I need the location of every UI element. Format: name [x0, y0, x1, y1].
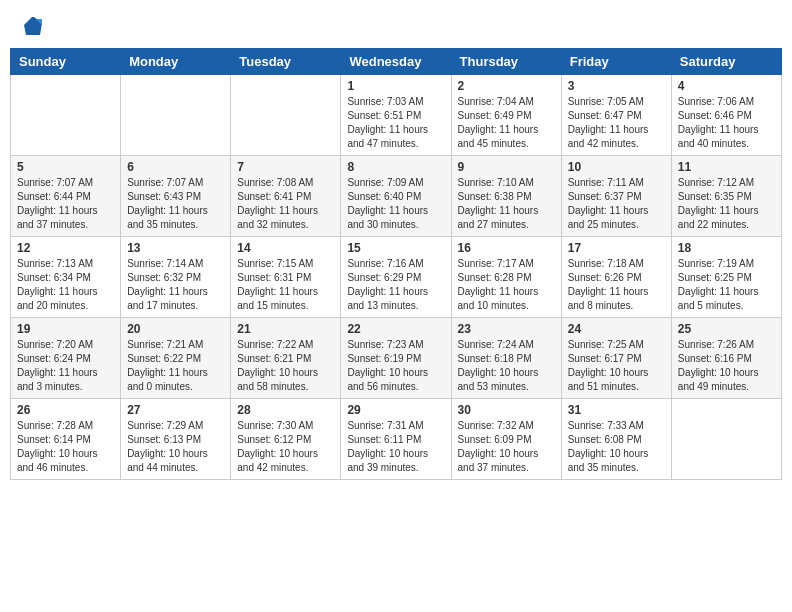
day-info: Sunrise: 7:20 AM Sunset: 6:24 PM Dayligh… — [17, 338, 114, 394]
header-day-thursday: Thursday — [451, 49, 561, 75]
day-info: Sunrise: 7:14 AM Sunset: 6:32 PM Dayligh… — [127, 257, 224, 313]
header-day-monday: Monday — [121, 49, 231, 75]
day-number: 25 — [678, 322, 775, 336]
day-number: 4 — [678, 79, 775, 93]
logo-icon — [22, 15, 44, 37]
day-cell: 16Sunrise: 7:17 AM Sunset: 6:28 PM Dayli… — [451, 237, 561, 318]
day-info: Sunrise: 7:29 AM Sunset: 6:13 PM Dayligh… — [127, 419, 224, 475]
day-info: Sunrise: 7:28 AM Sunset: 6:14 PM Dayligh… — [17, 419, 114, 475]
day-number: 2 — [458, 79, 555, 93]
day-number: 5 — [17, 160, 114, 174]
day-number: 3 — [568, 79, 665, 93]
day-cell: 13Sunrise: 7:14 AM Sunset: 6:32 PM Dayli… — [121, 237, 231, 318]
day-number: 1 — [347, 79, 444, 93]
day-cell: 10Sunrise: 7:11 AM Sunset: 6:37 PM Dayli… — [561, 156, 671, 237]
day-number: 6 — [127, 160, 224, 174]
day-cell: 19Sunrise: 7:20 AM Sunset: 6:24 PM Dayli… — [11, 318, 121, 399]
day-number: 17 — [568, 241, 665, 255]
day-number: 28 — [237, 403, 334, 417]
day-cell: 24Sunrise: 7:25 AM Sunset: 6:17 PM Dayli… — [561, 318, 671, 399]
day-info: Sunrise: 7:30 AM Sunset: 6:12 PM Dayligh… — [237, 419, 334, 475]
week-row-5: 26Sunrise: 7:28 AM Sunset: 6:14 PM Dayli… — [11, 399, 782, 480]
day-info: Sunrise: 7:22 AM Sunset: 6:21 PM Dayligh… — [237, 338, 334, 394]
day-info: Sunrise: 7:17 AM Sunset: 6:28 PM Dayligh… — [458, 257, 555, 313]
day-cell: 17Sunrise: 7:18 AM Sunset: 6:26 PM Dayli… — [561, 237, 671, 318]
day-info: Sunrise: 7:25 AM Sunset: 6:17 PM Dayligh… — [568, 338, 665, 394]
day-number: 10 — [568, 160, 665, 174]
day-info: Sunrise: 7:33 AM Sunset: 6:08 PM Dayligh… — [568, 419, 665, 475]
week-row-3: 12Sunrise: 7:13 AM Sunset: 6:34 PM Dayli… — [11, 237, 782, 318]
header-day-tuesday: Tuesday — [231, 49, 341, 75]
day-info: Sunrise: 7:07 AM Sunset: 6:43 PM Dayligh… — [127, 176, 224, 232]
day-cell: 14Sunrise: 7:15 AM Sunset: 6:31 PM Dayli… — [231, 237, 341, 318]
day-cell: 4Sunrise: 7:06 AM Sunset: 6:46 PM Daylig… — [671, 75, 781, 156]
day-info: Sunrise: 7:31 AM Sunset: 6:11 PM Dayligh… — [347, 419, 444, 475]
day-cell — [121, 75, 231, 156]
day-cell: 21Sunrise: 7:22 AM Sunset: 6:21 PM Dayli… — [231, 318, 341, 399]
day-info: Sunrise: 7:24 AM Sunset: 6:18 PM Dayligh… — [458, 338, 555, 394]
logo — [20, 15, 44, 33]
day-info: Sunrise: 7:04 AM Sunset: 6:49 PM Dayligh… — [458, 95, 555, 151]
day-info: Sunrise: 7:16 AM Sunset: 6:29 PM Dayligh… — [347, 257, 444, 313]
header-day-sunday: Sunday — [11, 49, 121, 75]
header-day-friday: Friday — [561, 49, 671, 75]
day-info: Sunrise: 7:18 AM Sunset: 6:26 PM Dayligh… — [568, 257, 665, 313]
day-cell: 12Sunrise: 7:13 AM Sunset: 6:34 PM Dayli… — [11, 237, 121, 318]
day-cell: 8Sunrise: 7:09 AM Sunset: 6:40 PM Daylig… — [341, 156, 451, 237]
day-cell: 28Sunrise: 7:30 AM Sunset: 6:12 PM Dayli… — [231, 399, 341, 480]
day-cell: 18Sunrise: 7:19 AM Sunset: 6:25 PM Dayli… — [671, 237, 781, 318]
day-cell: 5Sunrise: 7:07 AM Sunset: 6:44 PM Daylig… — [11, 156, 121, 237]
day-info: Sunrise: 7:03 AM Sunset: 6:51 PM Dayligh… — [347, 95, 444, 151]
page-header — [10, 10, 782, 38]
calendar-table: SundayMondayTuesdayWednesdayThursdayFrid… — [10, 48, 782, 480]
day-cell: 7Sunrise: 7:08 AM Sunset: 6:41 PM Daylig… — [231, 156, 341, 237]
day-number: 12 — [17, 241, 114, 255]
day-number: 27 — [127, 403, 224, 417]
day-cell: 9Sunrise: 7:10 AM Sunset: 6:38 PM Daylig… — [451, 156, 561, 237]
day-info: Sunrise: 7:19 AM Sunset: 6:25 PM Dayligh… — [678, 257, 775, 313]
day-number: 24 — [568, 322, 665, 336]
day-cell: 30Sunrise: 7:32 AM Sunset: 6:09 PM Dayli… — [451, 399, 561, 480]
day-cell: 15Sunrise: 7:16 AM Sunset: 6:29 PM Dayli… — [341, 237, 451, 318]
day-number: 30 — [458, 403, 555, 417]
day-number: 19 — [17, 322, 114, 336]
day-info: Sunrise: 7:07 AM Sunset: 6:44 PM Dayligh… — [17, 176, 114, 232]
header-day-saturday: Saturday — [671, 49, 781, 75]
day-number: 15 — [347, 241, 444, 255]
day-cell: 2Sunrise: 7:04 AM Sunset: 6:49 PM Daylig… — [451, 75, 561, 156]
day-number: 13 — [127, 241, 224, 255]
day-cell: 11Sunrise: 7:12 AM Sunset: 6:35 PM Dayli… — [671, 156, 781, 237]
day-cell: 27Sunrise: 7:29 AM Sunset: 6:13 PM Dayli… — [121, 399, 231, 480]
day-number: 11 — [678, 160, 775, 174]
day-number: 16 — [458, 241, 555, 255]
day-cell: 23Sunrise: 7:24 AM Sunset: 6:18 PM Dayli… — [451, 318, 561, 399]
day-info: Sunrise: 7:06 AM Sunset: 6:46 PM Dayligh… — [678, 95, 775, 151]
day-number: 26 — [17, 403, 114, 417]
day-info: Sunrise: 7:10 AM Sunset: 6:38 PM Dayligh… — [458, 176, 555, 232]
day-info: Sunrise: 7:08 AM Sunset: 6:41 PM Dayligh… — [237, 176, 334, 232]
day-cell: 1Sunrise: 7:03 AM Sunset: 6:51 PM Daylig… — [341, 75, 451, 156]
day-number: 20 — [127, 322, 224, 336]
day-info: Sunrise: 7:12 AM Sunset: 6:35 PM Dayligh… — [678, 176, 775, 232]
day-number: 29 — [347, 403, 444, 417]
day-number: 14 — [237, 241, 334, 255]
day-cell — [231, 75, 341, 156]
day-info: Sunrise: 7:15 AM Sunset: 6:31 PM Dayligh… — [237, 257, 334, 313]
week-row-1: 1Sunrise: 7:03 AM Sunset: 6:51 PM Daylig… — [11, 75, 782, 156]
day-cell: 29Sunrise: 7:31 AM Sunset: 6:11 PM Dayli… — [341, 399, 451, 480]
day-info: Sunrise: 7:23 AM Sunset: 6:19 PM Dayligh… — [347, 338, 444, 394]
day-info: Sunrise: 7:05 AM Sunset: 6:47 PM Dayligh… — [568, 95, 665, 151]
day-number: 22 — [347, 322, 444, 336]
day-cell — [11, 75, 121, 156]
day-number: 9 — [458, 160, 555, 174]
day-info: Sunrise: 7:09 AM Sunset: 6:40 PM Dayligh… — [347, 176, 444, 232]
day-number: 23 — [458, 322, 555, 336]
day-cell — [671, 399, 781, 480]
calendar-body: 1Sunrise: 7:03 AM Sunset: 6:51 PM Daylig… — [11, 75, 782, 480]
day-number: 31 — [568, 403, 665, 417]
header-row: SundayMondayTuesdayWednesdayThursdayFrid… — [11, 49, 782, 75]
calendar-header: SundayMondayTuesdayWednesdayThursdayFrid… — [11, 49, 782, 75]
day-number: 7 — [237, 160, 334, 174]
day-cell: 22Sunrise: 7:23 AM Sunset: 6:19 PM Dayli… — [341, 318, 451, 399]
day-number: 8 — [347, 160, 444, 174]
